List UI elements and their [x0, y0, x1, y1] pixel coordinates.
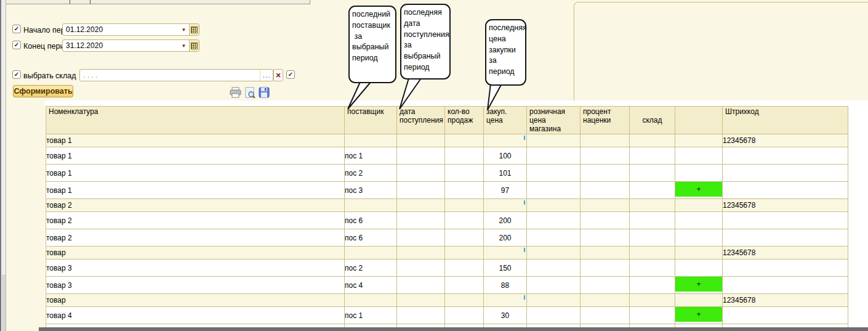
- cell-nomenclature[interactable]: товар 2: [46, 229, 345, 247]
- cell-empty[interactable]: [630, 212, 675, 229]
- cell-nomenclature[interactable]: товар 1: [46, 182, 345, 199]
- cell-empty[interactable]: [445, 199, 484, 212]
- plus-cell[interactable]: +: [675, 182, 722, 197]
- cell-flag[interactable]: +: [675, 182, 723, 199]
- cell-nomenclature[interactable]: товар 1: [46, 147, 345, 165]
- cell-empty[interactable]: [445, 294, 484, 307]
- cell-barcode[interactable]: 12345678: [723, 134, 848, 147]
- cell-empty[interactable]: [581, 147, 630, 165]
- cell-purchase-price[interactable]: 97: [484, 182, 527, 199]
- cell-supplier[interactable]: [345, 247, 397, 259]
- cell-flag[interactable]: +: [675, 277, 723, 294]
- cell-barcode[interactable]: [723, 229, 848, 247]
- print-icon[interactable]: [230, 87, 241, 98]
- cell-empty[interactable]: [397, 259, 445, 277]
- cell-empty[interactable]: [630, 247, 675, 259]
- cell-empty[interactable]: [630, 199, 675, 212]
- cell-barcode[interactable]: [723, 259, 848, 277]
- period-start-checkbox[interactable]: [12, 25, 21, 33]
- cell-empty[interactable]: [445, 134, 484, 147]
- cell-empty[interactable]: [581, 324, 630, 328]
- save-icon[interactable]: [259, 87, 270, 98]
- cell-empty[interactable]: [397, 247, 445, 259]
- cell-empty[interactable]: [527, 134, 581, 147]
- cell-empty[interactable]: [630, 165, 675, 182]
- clear-button[interactable]: ✕: [273, 69, 283, 81]
- cell-flag[interactable]: [675, 212, 723, 229]
- cell-supplier[interactable]: [345, 294, 397, 307]
- cell-empty[interactable]: [581, 199, 630, 212]
- cell-empty[interactable]: [527, 259, 581, 277]
- cell-flag[interactable]: [675, 165, 723, 182]
- cell-empty[interactable]: [527, 324, 581, 328]
- cell-purchase-price[interactable]: 46: [484, 324, 527, 328]
- period-end-checkbox[interactable]: [12, 41, 21, 49]
- cell-purchase-price[interactable]: [484, 294, 527, 307]
- calendar-icon[interactable]: [189, 40, 199, 51]
- vertical-scrollbar[interactable]: [0, 0, 6, 331]
- cell-supplier[interactable]: пос 2: [345, 324, 397, 328]
- cell-empty[interactable]: [630, 294, 675, 307]
- period-end-value[interactable]: 31.12.2020: [63, 41, 179, 50]
- plus-cell[interactable]: +: [675, 307, 722, 322]
- cell-empty[interactable]: [630, 134, 675, 147]
- cell-empty[interactable]: [397, 147, 445, 165]
- cell-supplier[interactable]: пос 6: [345, 229, 397, 247]
- cell-flag[interactable]: [675, 199, 723, 212]
- cell-empty[interactable]: [581, 134, 630, 147]
- cell-supplier[interactable]: пос 2: [345, 165, 397, 182]
- period-start-value[interactable]: 01.12.2020: [63, 25, 179, 34]
- cell-nomenclature[interactable]: товар: [46, 247, 345, 259]
- cell-supplier[interactable]: пос 2: [345, 259, 397, 277]
- cell-empty[interactable]: [630, 324, 675, 328]
- cell-barcode[interactable]: 12345678: [723, 199, 848, 212]
- cell-purchase-price[interactable]: 200: [484, 212, 527, 229]
- cell-flag[interactable]: [675, 134, 723, 147]
- calendar-icon[interactable]: [189, 24, 199, 35]
- cell-supplier[interactable]: пос 1: [345, 147, 397, 165]
- plus-cell[interactable]: +: [675, 277, 722, 292]
- cell-barcode[interactable]: [723, 212, 848, 229]
- cell-nomenclature[interactable]: товар 2: [46, 199, 345, 212]
- cell-supplier[interactable]: пос 4: [345, 277, 397, 294]
- bottom-splitter[interactable]: [39, 327, 868, 331]
- cell-empty[interactable]: [527, 165, 581, 182]
- cell-nomenclature[interactable]: товар 1: [46, 134, 345, 147]
- cell-empty[interactable]: [445, 165, 484, 182]
- period-end-field[interactable]: 31.12.2020: [62, 39, 199, 52]
- cell-barcode[interactable]: [723, 277, 848, 294]
- cell-empty[interactable]: [581, 229, 630, 247]
- cell-empty[interactable]: [445, 259, 484, 277]
- warehouse-field[interactable]: . . . . ...: [79, 69, 273, 81]
- cell-empty[interactable]: [397, 229, 445, 247]
- cell-empty[interactable]: [397, 165, 445, 182]
- cell-empty[interactable]: [397, 294, 445, 307]
- cell-empty[interactable]: [527, 147, 581, 165]
- cell-empty[interactable]: [527, 277, 581, 294]
- cell-flag[interactable]: [675, 324, 723, 328]
- cell-empty[interactable]: [581, 165, 630, 182]
- period-start-field[interactable]: 01.12.2020: [62, 23, 199, 36]
- cell-nomenclature[interactable]: товар 4: [46, 324, 345, 328]
- cell-empty[interactable]: [445, 247, 484, 259]
- cell-empty[interactable]: [527, 212, 581, 229]
- cell-empty[interactable]: [581, 307, 630, 324]
- cell-empty[interactable]: [445, 147, 484, 165]
- generate-button[interactable]: Сформировать: [13, 85, 73, 97]
- cell-empty[interactable]: [581, 277, 630, 294]
- cell-barcode[interactable]: 12345678: [723, 294, 848, 307]
- cell-empty[interactable]: [527, 229, 581, 247]
- cell-purchase-price[interactable]: 101: [484, 165, 527, 182]
- cell-nomenclature[interactable]: товар 2: [46, 212, 345, 229]
- cell-empty[interactable]: [581, 259, 630, 277]
- cell-barcode[interactable]: [723, 182, 848, 199]
- preview-icon[interactable]: [244, 87, 256, 98]
- cell-purchase-price[interactable]: [484, 134, 527, 147]
- cell-empty[interactable]: [397, 307, 445, 324]
- cell-purchase-price[interactable]: 30: [484, 307, 527, 324]
- cell-nomenclature[interactable]: товар 1: [46, 165, 345, 182]
- cell-barcode[interactable]: [723, 147, 848, 165]
- cell-purchase-price[interactable]: [484, 247, 527, 259]
- cell-supplier[interactable]: [345, 199, 397, 212]
- cell-empty[interactable]: [445, 277, 484, 294]
